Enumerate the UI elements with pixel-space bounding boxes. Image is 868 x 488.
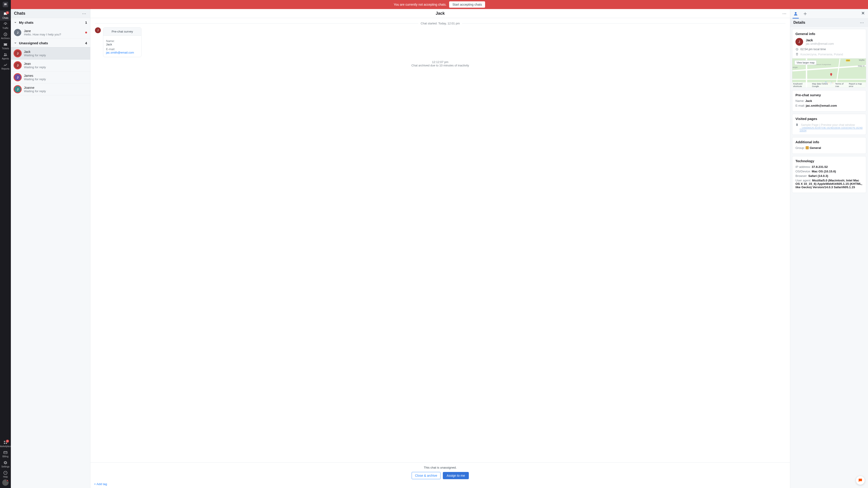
- app-sidebar: 5 Chats Traffic Archives Tickets Agents …: [0, 0, 11, 184]
- svg-point-2: [6, 54, 6, 55]
- group-my-count: 1: [85, 21, 87, 24]
- svg-point-1: [4, 53, 5, 55]
- chat-row-james[interactable]: J James Waiting for reply: [11, 71, 90, 84]
- nav-reports-label: Reports: [1, 68, 9, 70]
- nav-traffic-label: Traffic: [2, 27, 8, 29]
- avatar: J: [14, 50, 21, 57]
- nav-chats-label: Chats: [2, 17, 8, 19]
- chat-preview: Waiting for reply: [24, 77, 46, 81]
- chats-title: Chats: [14, 11, 25, 16]
- nav-reports[interactable]: Reports: [0, 61, 11, 71]
- avatar: J: [14, 29, 21, 36]
- chat-row-jack[interactable]: J Jack Waiting for reply: [11, 47, 90, 59]
- nav-archives-label: Archives: [1, 37, 10, 39]
- survey-card-title: Pre-chat survey: [103, 28, 141, 36]
- avatar: J: [14, 86, 21, 93]
- nav-agents-label: Agents: [2, 57, 9, 60]
- chat-header: Jack ⋯: [90, 9, 329, 18]
- nav-tickets-label: Tickets: [2, 47, 9, 50]
- group-unassigned[interactable]: Unassigned chats 4: [11, 39, 90, 47]
- survey-name-value: Jack: [106, 43, 138, 46]
- survey-name-label: Name:: [106, 39, 138, 43]
- chats-more-button[interactable]: ⋯: [82, 11, 87, 16]
- chat-preview: Waiting for reply: [24, 90, 46, 93]
- chat-start-divider: Chat started: Today, 12:01 pm: [95, 22, 329, 25]
- chevron-down-icon: [14, 21, 17, 24]
- survey-card: Pre-chat survey Name: Jack E-mail: jac.s…: [103, 27, 142, 57]
- group-my-title: My chats: [19, 21, 33, 24]
- layout-columns: Chats ⋯ My chats 1 J Jane Hello. How may…: [11, 9, 329, 184]
- group-my-chats[interactable]: My chats 1: [11, 18, 90, 27]
- chats-header: Chats ⋯: [11, 9, 90, 18]
- unread-dot-icon: [85, 32, 87, 33]
- ticket-icon: [3, 42, 8, 47]
- chat-preview: Hello. How may I help you?: [24, 33, 61, 36]
- chats-panel: Chats ⋯ My chats 1 J Jane Hello. How may…: [11, 9, 90, 184]
- chat-row-jane[interactable]: J Jane Hello. How may I help you?: [11, 27, 90, 39]
- chat-preview: Waiting for reply: [24, 54, 46, 57]
- timestamp: 12:12:07 pm: [95, 60, 329, 64]
- group-unassigned-title: Unassigned chats: [19, 41, 48, 45]
- avatar: J: [14, 74, 21, 81]
- chat-name: Jean: [24, 62, 46, 66]
- avatar: J: [14, 62, 21, 69]
- message-prechat-survey: J Pre-chat survey Name: Jack E-mail: jac…: [95, 27, 329, 57]
- chat-main-panel: Jack ⋯ Chat started: Today, 12:01 pm J P…: [90, 9, 329, 184]
- clock-icon: [3, 32, 8, 37]
- chat-thread: Chat started: Today, 12:01 pm J Pre-chat…: [90, 18, 329, 184]
- nav-chats[interactable]: 5 Chats: [0, 10, 11, 21]
- nav-tickets[interactable]: Tickets: [0, 41, 11, 51]
- survey-email-link[interactable]: jac.smith@email.com: [106, 51, 134, 54]
- nav-agents[interactable]: Agents: [0, 51, 11, 61]
- chat-name: Jack: [24, 50, 46, 54]
- chat-row-jean[interactable]: J Jean Waiting for reply: [11, 59, 90, 71]
- app-logo: [3, 2, 8, 7]
- nav-traffic[interactable]: Traffic: [0, 21, 11, 31]
- chevron-down-icon: [14, 41, 17, 44]
- avatar: J: [95, 27, 101, 33]
- nav-archives[interactable]: Archives: [0, 31, 11, 41]
- people-icon: [3, 53, 8, 57]
- group-unassigned-count: 4: [85, 41, 87, 45]
- chat-name: Jane: [24, 29, 61, 33]
- archived-note: Chat archived due to 10 minutes of inact…: [95, 64, 329, 67]
- nav-chats-badge: 5: [6, 11, 9, 14]
- chart-icon: [3, 63, 8, 67]
- chat-row-joanne[interactable]: J Joanne Waiting for reply: [11, 84, 90, 95]
- chat-name: Joanne: [24, 86, 46, 90]
- chat-preview: Waiting for reply: [24, 66, 46, 69]
- survey-email-label: E-mail:: [106, 47, 138, 51]
- status-banner: You are currently not accepting chats. S…: [11, 0, 329, 9]
- gauge-icon: [3, 22, 8, 26]
- chat-name: James: [24, 74, 46, 77]
